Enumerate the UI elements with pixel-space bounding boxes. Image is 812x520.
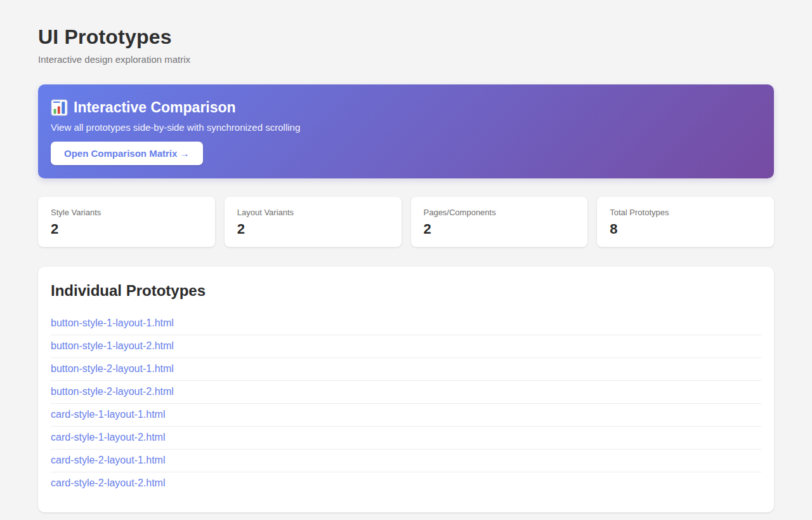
prototype-link[interactable]: card-style-2-layout-1.html bbox=[51, 455, 166, 465]
prototype-link[interactable]: card-style-1-layout-2.html bbox=[51, 432, 166, 443]
open-comparison-matrix-button[interactable]: Open Comparison Matrix → bbox=[51, 142, 203, 165]
list-item: card-style-2-layout-2.html bbox=[51, 472, 761, 495]
stat-label: Layout Variants bbox=[237, 208, 389, 217]
banner-description: View all prototypes side-by-side with sy… bbox=[51, 122, 761, 133]
stat-label: Style Variants bbox=[51, 208, 202, 217]
individual-prototypes-card: Individual Prototypes button-style-1-lay… bbox=[38, 267, 774, 512]
prototype-link[interactable]: button-style-2-layout-2.html bbox=[51, 386, 174, 397]
list-item: card-style-1-layout-1.html bbox=[51, 404, 761, 427]
stat-label: Pages/Components bbox=[424, 208, 575, 217]
stat-value: 2 bbox=[237, 221, 389, 237]
stat-card-pages-components: Pages/Components 2 bbox=[411, 197, 588, 247]
page-subtitle: Interactive design exploration matrix bbox=[38, 54, 774, 65]
page-container: UI Prototypes Interactive design explora… bbox=[38, 0, 774, 520]
list-item: card-style-2-layout-1.html bbox=[51, 450, 761, 472]
stat-label: Total Prototypes bbox=[610, 208, 761, 217]
list-item: button-style-2-layout-1.html bbox=[51, 358, 761, 381]
individual-prototypes-title: Individual Prototypes bbox=[51, 282, 761, 300]
prototype-link[interactable]: button-style-1-layout-1.html bbox=[51, 317, 174, 328]
stat-card-layout-variants: Layout Variants 2 bbox=[225, 197, 402, 247]
stats-row: Style Variants 2 Layout Variants 2 Pages… bbox=[38, 197, 774, 247]
banner-title-row: Interactive Comparison bbox=[51, 99, 761, 116]
list-item: button-style-1-layout-2.html bbox=[51, 335, 761, 358]
prototype-link[interactable]: card-style-2-layout-2.html bbox=[51, 477, 166, 488]
prototype-link[interactable]: card-style-1-layout-1.html bbox=[51, 409, 166, 420]
stat-value: 2 bbox=[424, 221, 575, 237]
list-item: card-style-1-layout-2.html bbox=[51, 427, 761, 450]
stat-value: 8 bbox=[610, 221, 761, 237]
list-item: button-style-2-layout-2.html bbox=[51, 381, 761, 404]
bar-chart-icon bbox=[51, 99, 68, 116]
prototype-link[interactable]: button-style-1-layout-2.html bbox=[51, 340, 174, 351]
list-item: button-style-1-layout-1.html bbox=[51, 312, 761, 335]
stat-value: 2 bbox=[51, 221, 202, 237]
prototype-list: button-style-1-layout-1.html button-styl… bbox=[51, 312, 761, 495]
prototype-link[interactable]: button-style-2-layout-1.html bbox=[51, 363, 174, 374]
page-title: UI Prototypes bbox=[38, 25, 774, 49]
stat-card-style-variants: Style Variants 2 bbox=[38, 197, 215, 247]
stat-card-total-prototypes: Total Prototypes 8 bbox=[597, 197, 774, 247]
banner-title-text: Interactive Comparison bbox=[74, 99, 236, 116]
comparison-banner: Interactive Comparison View all prototyp… bbox=[38, 84, 774, 178]
